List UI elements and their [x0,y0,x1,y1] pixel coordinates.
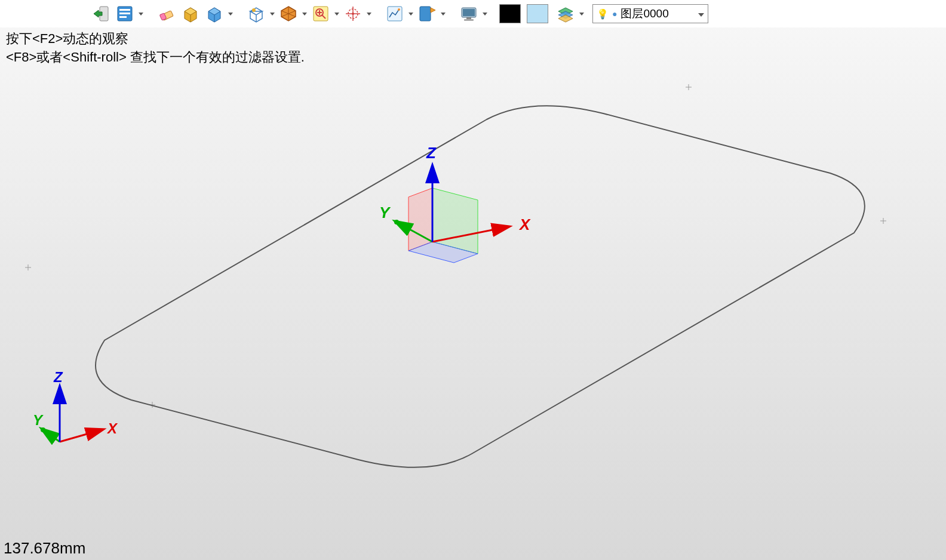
layer-name-label: 图层0000 [621,6,695,21]
layers-stack-dropdown[interactable] [578,2,585,25]
hint-line-2: <F8>或者<Shift-roll> 查找下一个有效的过滤器设置. [6,48,305,67]
hint-text: 按下<F2>动态的观察 <F8>或者<Shift-roll> 查找下一个有效的过… [6,30,305,67]
zoom-target-icon[interactable] [309,2,332,25]
axis-z-label: Z [426,144,437,162]
properties-icon[interactable] [113,2,136,25]
graph-panel-dropdown[interactable] [407,2,414,25]
svg-rect-37 [466,17,471,19]
zoom-target-dropdown[interactable] [333,2,340,25]
wireframe-cube-icon[interactable] [245,2,268,25]
corner-triad: X Y Z [33,369,118,442]
svg-line-53 [43,430,60,442]
layer-selector[interactable]: 💡 ● 图层0000 [592,4,708,23]
color-swatch-black[interactable] [499,4,521,23]
center-triad: X Y Z [379,144,531,263]
viewport-3d[interactable]: X Y Z X Y Z [0,0,946,560]
isometric-view-icon[interactable] [277,2,300,25]
exit-icon[interactable] [90,2,112,25]
svg-rect-4 [119,13,130,14]
monitor-icon[interactable] [457,2,480,25]
layer-visibility-icon: ● [612,9,617,19]
svg-marker-45 [408,188,432,251]
sketch-outline [96,106,865,467]
status-measurement: 137.678mm [4,539,85,558]
color-swatch-lightblue[interactable] [527,4,548,23]
svg-point-17 [252,8,256,12]
svg-text:Y: Y [33,412,44,428]
cube-shaded-icon[interactable] [203,2,226,25]
svg-rect-5 [119,16,127,18]
graph-panel-icon[interactable] [383,2,406,25]
monitor-dropdown[interactable] [481,2,489,25]
hint-line-1: 按下<F2>动态的观察 [6,30,305,48]
wireframe-cube-dropdown[interactable] [269,2,276,25]
flag-panel-dropdown[interactable] [440,2,447,25]
svg-point-51 [394,220,399,224]
layers-stack-icon[interactable] [554,2,577,25]
svg-rect-36 [463,9,475,16]
svg-text:X: X [106,420,118,436]
isometric-view-dropdown[interactable] [301,2,308,25]
svg-point-30 [352,13,354,15]
axis-x-label: X [518,216,531,233]
crosshair-target-icon[interactable] [342,2,364,25]
cube-shaded-dropdown[interactable] [227,2,234,25]
main-toolbar: 💡 ● 图层0000 [0,0,946,27]
lightbulb-icon: 💡 [597,8,609,20]
crosshair-target-dropdown[interactable] [366,2,373,25]
svg-rect-33 [420,7,431,21]
svg-text:Z: Z [53,369,63,385]
svg-marker-15 [250,11,262,15]
layer-dropdown-arrow [698,8,704,19]
box-solid-icon[interactable] [179,2,202,25]
svg-rect-38 [464,19,474,21]
svg-line-52 [60,430,102,442]
eraser-icon[interactable] [155,2,178,25]
svg-marker-34 [431,8,435,13]
axis-y-label: Y [379,204,391,221]
properties-dropdown[interactable] [137,2,145,25]
svg-point-54 [41,427,45,432]
svg-rect-3 [119,9,130,11]
flag-panel-icon[interactable] [416,2,438,25]
svg-point-32 [398,8,400,11]
